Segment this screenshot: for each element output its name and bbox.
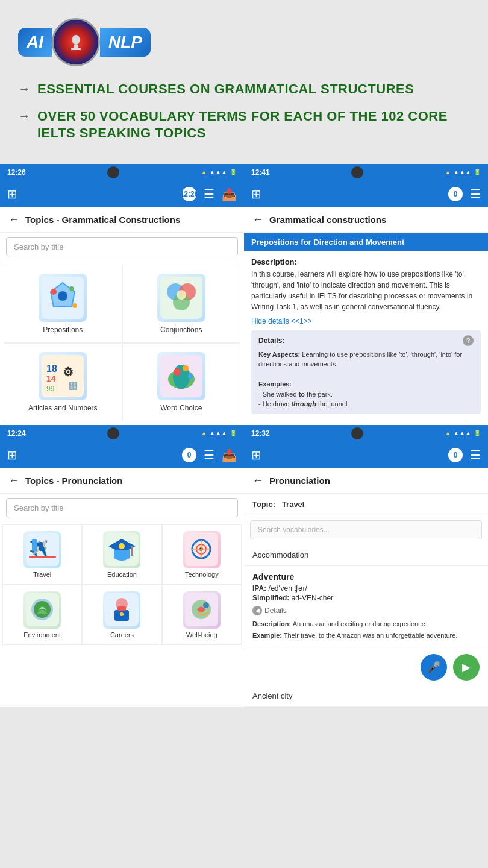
back-button-tl[interactable]: ← <box>8 213 19 226</box>
back-button-tr[interactable]: ← <box>252 213 263 226</box>
grid-icon-bl[interactable]: ⊞ <box>7 448 17 462</box>
vocab-details-toggle[interactable]: ◀ Details <box>252 606 480 615</box>
battery-icon-bl: 🔋 <box>230 430 237 436</box>
help-icon[interactable]: ? <box>463 335 474 346</box>
status-bar-bl: 12:24 ▲ ▲▲▲ 🔋 <box>0 425 244 442</box>
topic-label-conjunctions: Conjunctions <box>160 326 202 334</box>
grid-icon-tr[interactable]: ⊞ <box>251 187 261 201</box>
app-logo: AI NLP <box>18 18 151 66</box>
svg-point-48 <box>120 612 124 616</box>
back-button-br[interactable]: ← <box>252 474 263 487</box>
svg-text:14: 14 <box>46 374 56 383</box>
bullet-text-2: Over 50 vocabulary terms for each of the… <box>37 108 470 142</box>
search-vocab-bar[interactable]: Search vocabularies... <box>250 520 482 539</box>
detail-header-blue: Prepositions for Direction and Movement <box>244 233 488 251</box>
search-bar-bl[interactable]: Search by title <box>6 498 238 517</box>
description-label: Description: <box>251 257 481 266</box>
topic-line: Topic: Travel <box>244 494 488 515</box>
warning-icon-br: ▲ <box>445 430 451 436</box>
grid-icon-tl[interactable]: ⊞ <box>7 187 17 201</box>
phone-top-right: 12:41 ▲ ▲▲▲ 🔋 ⊞ 0 ☰ ← Grammatical constr… <box>244 164 488 425</box>
topic-education[interactable]: Education <box>82 524 161 585</box>
topic-icon-word-choice <box>157 352 205 400</box>
svg-text:⚙: ⚙ <box>63 365 74 379</box>
svg-point-25 <box>188 374 193 379</box>
topic-careers[interactable]: Careers <box>82 585 161 645</box>
status-time-br: 12:32 <box>251 429 270 438</box>
header-section: AI NLP → Essential courses on grammatica… <box>0 0 488 164</box>
logo-center-graphic <box>52 18 100 66</box>
battery-icon-br: 🔋 <box>474 430 481 436</box>
svg-point-24 <box>183 365 189 371</box>
back-button-bl[interactable]: ← <box>8 474 19 487</box>
nav-bar-br: ⊞ 0 ☰ <box>244 442 488 468</box>
nav-bar-bl: ⊞ 0 ☰ 📤 <box>0 442 244 468</box>
logo-nlp-text: NLP <box>100 28 151 57</box>
topic-articles-numbers[interactable]: 18 14 ⚙ 99 🔢 Articles and Numbers <box>4 343 122 421</box>
key-aspects-label: Key Aspects: <box>258 351 300 358</box>
mic-button[interactable]: 🎤 <box>421 654 447 681</box>
topic-conjunctions[interactable]: Conjunctions <box>122 265 241 343</box>
topic-label-word-choice: Word Choice <box>160 404 202 412</box>
vocab-adventure-example: Example: Their travel to the Amazon was … <box>252 631 480 641</box>
share-icon-bl[interactable]: 📤 <box>222 448 237 462</box>
vocab-ancient-city[interactable]: Ancient city <box>244 685 488 707</box>
nav-actions-tr: 0 ☰ <box>448 187 481 201</box>
filter-icon-bl[interactable]: ☰ <box>204 448 214 462</box>
topic-label-careers: Careers <box>110 631 134 638</box>
svg-point-23 <box>174 368 181 376</box>
bullet-vocabulary-terms: → Over 50 vocabulary terms for each of t… <box>18 108 470 142</box>
svg-text:18: 18 <box>46 363 57 374</box>
topic-label-environment: Environment <box>23 631 61 638</box>
title-bar-bl: ← Topics - Pronunciation <box>0 468 244 494</box>
phone-bottom-right: 12:32 ▲ ▲▲▲ 🔋 ⊞ 0 ☰ ← Pronunciation Topi… <box>244 425 488 707</box>
play-button[interactable]: ▶ <box>453 654 480 681</box>
topic-icon-careers <box>103 591 140 629</box>
filter-icon-tr[interactable]: ☰ <box>470 187 481 201</box>
camera-dot-bl <box>107 427 119 439</box>
examples-label: Examples: <box>258 380 292 388</box>
vocab-adventure[interactable]: Adventure IPA: /ədˈven.tʃər/ Simplified:… <box>244 566 488 649</box>
topic-label-wellbeing: Well-being <box>186 631 217 638</box>
badge-tl: 12:26 <box>182 187 196 201</box>
svg-rect-2 <box>71 48 81 50</box>
search-bar-tl[interactable]: Search by title <box>6 237 238 256</box>
phone-top-left: 12:26 ▲ ▲▲▲ 🔋 ⊞ 12:26 ☰ 📤 ← Topics - Gra… <box>0 164 244 425</box>
topic-label-prepositions: Prepositions <box>43 326 83 334</box>
warning-icon-tl: ▲ <box>201 169 207 175</box>
phone-bottom-left: 12:24 ▲ ▲▲▲ 🔋 ⊞ 0 ☰ 📤 ← Topics - Pronunc… <box>0 425 244 707</box>
svg-point-7 <box>69 286 74 291</box>
topic-travel[interactable]: ✈️ Travel <box>2 524 82 585</box>
filter-icon-br[interactable]: ☰ <box>470 448 481 462</box>
svg-point-13 <box>177 290 186 300</box>
screen-title-br: Pronunciation <box>269 476 330 486</box>
filter-icon-tl[interactable]: ☰ <box>204 187 214 201</box>
warning-icon-tr: ▲ <box>445 169 451 175</box>
grid-icon-br[interactable]: ⊞ <box>251 448 261 462</box>
topic-wellbeing[interactable]: Well-being <box>162 585 242 645</box>
description-text: In this course, learners will explore ho… <box>251 269 481 312</box>
topic-environment[interactable]: Environment <box>2 585 82 645</box>
nav-actions-br: 0 ☰ <box>448 448 481 462</box>
vocab-accommodation[interactable]: Accommodation <box>244 544 488 566</box>
vocab-accommodation-label: Accommodation <box>252 550 308 559</box>
topic-label-education: Education <box>107 571 137 578</box>
status-bar-tl: 12:26 ▲ ▲▲▲ 🔋 <box>0 164 244 181</box>
status-icons-br: ▲ ▲▲▲ 🔋 <box>445 430 481 436</box>
vocab-adventure-simplified: Simplified: ad-VEN-cher <box>252 594 480 602</box>
topic-icon-travel: ✈️ <box>23 531 61 568</box>
share-icon-tl[interactable]: 📤 <box>222 187 237 201</box>
topic-prepositions[interactable]: Prepositions <box>4 265 122 343</box>
svg-text:✈️: ✈️ <box>29 539 49 558</box>
topic-word-choice[interactable]: Word Choice <box>122 343 241 421</box>
examples-section: Examples: - She walked to the park. - He… <box>258 379 474 409</box>
topic-technology[interactable]: Technology <box>162 524 242 585</box>
detail-content: Description: In this course, learners wi… <box>244 251 488 425</box>
arrow-icon-1: → <box>18 82 30 96</box>
badge-tr: 0 <box>448 187 463 201</box>
details-chevron-icon: ◀ <box>252 606 262 615</box>
hide-details-link[interactable]: Hide details <<1>> <box>251 317 481 326</box>
nav-actions-tl: 12:26 ☰ 📤 <box>182 187 237 201</box>
description-text-br: An unusual and exciting or daring experi… <box>293 620 427 627</box>
svg-point-6 <box>51 289 57 295</box>
